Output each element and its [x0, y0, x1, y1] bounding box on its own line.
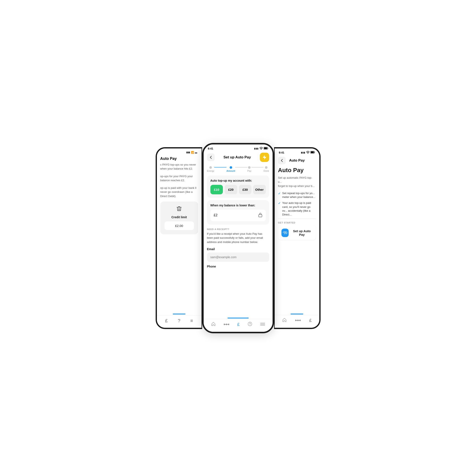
email-input[interactable] — [207, 253, 269, 262]
trash-icon — [176, 206, 182, 213]
left-desc-3: op-up is paid with your bank ll never go… — [160, 186, 198, 198]
right-nav-connect-icon[interactable] — [295, 318, 301, 323]
step-line-2 — [235, 167, 247, 168]
center-time: 9:41 — [208, 147, 213, 150]
center-content: Auto top-up my account with: £10 £20 £30… — [204, 175, 272, 316]
check-icon-2: ✓ — [278, 201, 281, 205]
right-nav-home-icon[interactable] — [282, 318, 287, 323]
email-label: Email — [207, 247, 269, 251]
amount-other-button[interactable]: Other — [253, 185, 266, 194]
balance-value: £2 — [214, 213, 218, 217]
right-desc: Set up automatic PAYG top-u...forget to … — [278, 176, 316, 188]
step-pay-dot — [248, 166, 251, 169]
get-started-label: GET STARTED — [278, 221, 316, 224]
svg-rect-16 — [311, 152, 314, 153]
receipt-section: NEED A RECEIPT? If you'd like a receipt … — [207, 227, 269, 271]
left-nav-payment-icon[interactable]: £ — [165, 318, 168, 323]
left-signal-icon: ▮▮▮ — [186, 151, 190, 153]
left-status-bar: ▮▮▮ 📶 ▬ — [157, 149, 202, 155]
right-check-2: ✓ Your auto top-up is paid card, so you'… — [278, 201, 316, 217]
left-desc-2: op-ups for your PAYG your balance reache… — [160, 174, 198, 183]
step-done-dot — [265, 166, 268, 169]
canvas: ▮▮▮ 📶 ▬ Auto Pay c PAYG top-ups so you n… — [126, 126, 350, 350]
phones-wrapper: ▮▮▮ 📶 ▬ Auto Pay c PAYG top-ups so you n… — [156, 143, 321, 333]
step-done-label: Done — [263, 170, 269, 172]
credit-limit-value: £2.00 — [165, 221, 194, 230]
right-phone: 9:41 ▮▮▮ — [274, 147, 321, 329]
credit-limit-label: Credit limit — [171, 216, 187, 219]
center-nav-header: Set up Auto Pay — [204, 151, 272, 165]
svg-point-0 — [261, 149, 261, 150]
center-status-bar: 9:41 ▮▮▮ — [204, 144, 272, 151]
right-signal-icon: ▮▮▮ — [301, 152, 305, 154]
receipt-label: NEED A RECEIPT? — [207, 228, 269, 231]
receipt-desc: If you'd like a receipt when your Auto P… — [207, 232, 269, 244]
svg-point-14 — [308, 153, 308, 153]
right-status-bar: 9:41 ▮▮▮ — [275, 149, 319, 155]
center-nav-home-icon[interactable] — [211, 322, 216, 327]
step-amount-dot — [230, 166, 232, 169]
center-wifi-icon — [259, 147, 263, 150]
svg-rect-2 — [264, 147, 267, 149]
left-phone: ▮▮▮ 📶 ▬ Auto Pay c PAYG top-ups so you n… — [156, 147, 202, 329]
step-energy-label: Energy — [207, 170, 214, 172]
progress-steps: Energy Amount Pay Done — [204, 165, 272, 175]
center-signal-icon: ▮▮▮ — [254, 147, 259, 150]
left-bottom-nav: £ ? ≡ — [157, 315, 202, 328]
setup-autopay-button[interactable]: Set up Auto Pay — [278, 226, 316, 240]
center-nav-help-icon[interactable] — [248, 322, 252, 327]
lock-icon — [258, 213, 262, 218]
center-nav-connect-icon[interactable] — [224, 322, 229, 327]
right-content: Auto Pay Set up automatic PAYG top-u...f… — [275, 167, 319, 312]
left-desc-1: c PAYG top-ups so you never when your ba… — [160, 163, 198, 171]
center-nav-title: Set up Auto Pay — [223, 155, 251, 159]
right-nav-payment-icon[interactable]: £ — [309, 318, 311, 323]
svg-point-9 — [248, 322, 252, 326]
balance-card-title: When my balance is lower than: — [210, 204, 266, 207]
right-main-title: Auto Pay — [278, 167, 316, 174]
left-nav-title: Auto Pay — [157, 156, 202, 163]
phone-label: Phone — [207, 265, 269, 268]
amount-10-button[interactable]: £10 — [210, 185, 223, 194]
step-line-3 — [252, 167, 263, 168]
center-battery-icon — [264, 147, 268, 150]
svg-rect-3 — [259, 215, 262, 217]
left-battery-icon: ▬ — [195, 151, 197, 154]
step-line-1 — [214, 167, 226, 168]
lightning-button[interactable] — [260, 153, 269, 162]
center-nav-menu-icon[interactable] — [260, 322, 265, 327]
right-check-1: ✓ Set repeat top-ups for yo... meter whe… — [278, 191, 316, 199]
left-nav-menu-icon[interactable]: ≡ — [190, 318, 193, 323]
right-bottom-nav: £ — [275, 315, 319, 328]
right-back-button[interactable] — [278, 157, 286, 164]
step-amount-label: Amount — [226, 170, 235, 172]
right-nav-title: Auto Pay — [289, 158, 305, 163]
setup-btn-label: Set up Auto Pay — [291, 229, 312, 237]
center-back-button[interactable] — [207, 153, 215, 161]
right-time: 9:41 — [279, 151, 284, 154]
setup-btn-icon — [281, 229, 289, 237]
center-nav-payment-icon[interactable]: £ — [237, 322, 239, 327]
balance-card: When my balance is lower than: £2 — [207, 200, 269, 224]
amount-30-button[interactable]: £30 — [239, 185, 252, 194]
center-phone: 9:41 ▮▮▮ — [202, 143, 274, 333]
left-wifi-icon: 📶 — [191, 151, 194, 154]
center-bottom-nav: £ — [204, 319, 272, 332]
check-icon-1: ✓ — [278, 192, 281, 196]
amount-20-button[interactable]: £20 — [224, 185, 237, 194]
right-wifi-icon — [306, 151, 310, 154]
right-battery-icon — [310, 151, 315, 154]
left-nav-help-icon[interactable]: ? — [178, 318, 180, 323]
topup-card: Auto top-up my account with: £10 £20 £30… — [207, 175, 269, 198]
balance-input-container: £2 — [210, 210, 266, 221]
step-energy-dot — [209, 166, 212, 169]
step-pay-label: Pay — [247, 170, 252, 172]
right-nav-header: Auto Pay — [275, 155, 319, 167]
topup-card-title: Auto top-up my account with: — [210, 179, 266, 182]
amount-buttons: £10 £20 £30 Other — [210, 185, 266, 194]
left-delete-card: Credit limit £2.00 — [160, 202, 198, 234]
